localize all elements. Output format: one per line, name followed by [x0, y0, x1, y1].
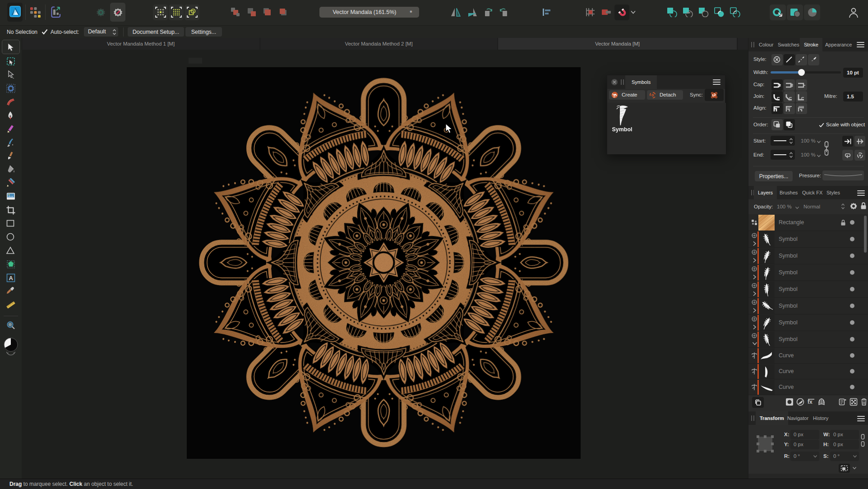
svg-text:A: A	[9, 275, 14, 281]
svg-text:fx: fx	[808, 399, 813, 405]
